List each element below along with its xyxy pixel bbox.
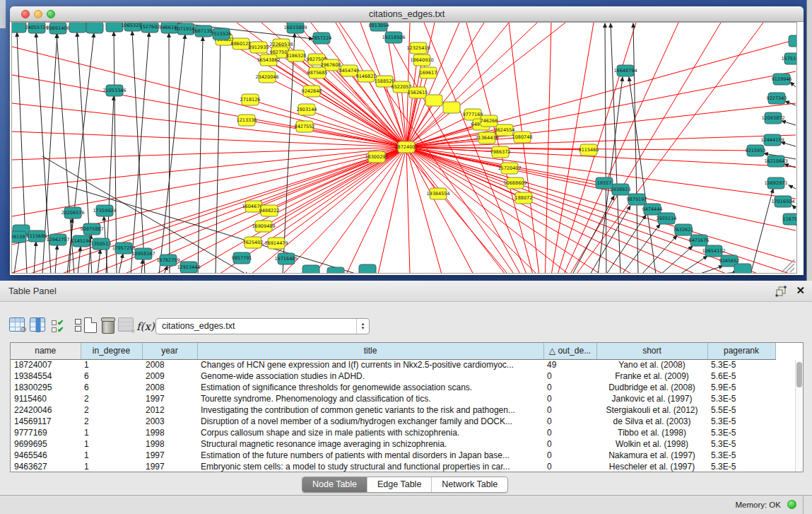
new-table-icon[interactable] bbox=[84, 317, 102, 336]
graph-node[interactable]: 169617 bbox=[420, 67, 437, 78]
graph-node[interactable]: 16914479 bbox=[264, 238, 288, 249]
graph-node[interactable]: 9146821 bbox=[356, 71, 377, 82]
graph-node[interactable] bbox=[327, 267, 344, 274]
graph-node[interactable]: 16033809 bbox=[283, 23, 307, 33]
function-builder-icon[interactable]: f(x) bbox=[136, 320, 155, 339]
graph-node[interactable]: 8912935 bbox=[249, 42, 269, 53]
graph-node[interactable]: 10688609 bbox=[503, 177, 526, 189]
tab-edge-table[interactable]: Edge Table bbox=[367, 477, 432, 492]
graph-node[interactable]: 9498222 bbox=[259, 205, 280, 216]
graph-node[interactable]: 9242848 bbox=[302, 86, 322, 97]
graph-node[interactable]: 12444159 bbox=[760, 134, 784, 146]
graph-node[interactable] bbox=[302, 265, 319, 274]
graph-node[interactable] bbox=[425, 95, 442, 106]
graph-node[interactable]: 2803144 bbox=[297, 104, 317, 115]
window-titlebar[interactable]: citations_edges.txt bbox=[10, 6, 804, 22]
graph-node[interactable]: 18300295 bbox=[365, 151, 388, 163]
graph-node[interactable]: 15720407 bbox=[498, 163, 521, 174]
graph-node[interactable]: 10654112 bbox=[702, 245, 725, 257]
graph-node[interactable]: 116753 bbox=[783, 214, 796, 225]
graph-node[interactable]: 12923448 bbox=[177, 262, 200, 273]
table-row[interactable]: 2242004622012Investigating the contribut… bbox=[11, 404, 775, 416]
table-row[interactable]: 1872400712008Changes of HCN gene express… bbox=[11, 359, 775, 370]
tab-node-table[interactable]: Node Table bbox=[302, 477, 367, 492]
graph-node[interactable]: 18640910 bbox=[410, 54, 433, 66]
graph-node[interactable]: 23420046 bbox=[255, 71, 278, 83]
table-row[interactable]: 946554611997Estimation of the future num… bbox=[11, 450, 775, 461]
graph-node[interactable]: 19218506 bbox=[382, 32, 405, 43]
graph-node[interactable]: 8938923 bbox=[611, 184, 631, 195]
node-table-grid[interactable]: namein_degreeyeartitle△ out_de...shortpa… bbox=[11, 343, 776, 472]
graph-node[interactable]: 20691406 bbox=[46, 23, 69, 34]
resize-grip-icon[interactable] bbox=[782, 259, 794, 272]
graph-node[interactable]: 16543862 bbox=[257, 54, 280, 66]
graph-node[interactable] bbox=[106, 23, 123, 32]
memory-status-indicator[interactable] bbox=[787, 500, 796, 509]
graph-node[interactable]: 8813054 bbox=[369, 23, 389, 31]
graph-node[interactable]: 8427552 bbox=[295, 121, 315, 132]
graph-node[interactable]: 16648794 bbox=[613, 65, 637, 76]
graph-node[interactable]: 19557 bbox=[596, 177, 613, 189]
graph-node[interactable]: 9857791 bbox=[232, 252, 252, 264]
graph-node[interactable]: 39139 bbox=[12, 231, 26, 243]
graph-node[interactable]: 16909489 bbox=[252, 221, 275, 232]
graph-node[interactable]: 1527602 bbox=[140, 23, 160, 33]
column-header-in_degree[interactable]: in_degree bbox=[81, 343, 142, 359]
table-row[interactable]: 969969511998Structural magnetic resonanc… bbox=[11, 438, 775, 450]
graph-node[interactable]: 21053346 bbox=[102, 85, 126, 96]
graph-node[interactable]: 1213336 bbox=[237, 115, 257, 126]
column-header-short[interactable]: short bbox=[596, 343, 707, 359]
graph-node[interactable]: 8186328 bbox=[286, 50, 307, 62]
graph-node[interactable]: 9879197 bbox=[627, 194, 647, 205]
graph-node[interactable]: 12325419 bbox=[406, 42, 430, 54]
column-header-title[interactable]: title bbox=[197, 343, 543, 359]
graph-node[interactable]: 17359924 bbox=[93, 205, 116, 216]
graph-node[interactable]: 1115686 bbox=[27, 230, 47, 242]
graph-node[interactable]: 15751074 bbox=[781, 53, 796, 64]
column-header-name[interactable]: name bbox=[11, 343, 81, 359]
show-columns-checklist-icon[interactable]: ✔✔ bbox=[52, 319, 70, 337]
graph-node[interactable]: 19384554 bbox=[426, 188, 449, 199]
column-header-out_de[interactable]: △ out_de... bbox=[543, 343, 596, 359]
graph-node[interactable]: 7515526 bbox=[211, 28, 232, 40]
table-row[interactable]: 1938455462009Genome-wide association stu… bbox=[11, 370, 775, 382]
graph-node[interactable]: 17016504 bbox=[771, 196, 794, 207]
graph-node[interactable]: 90975887 bbox=[80, 223, 103, 235]
table-row[interactable]: 1830029562008Estimation of significance … bbox=[11, 382, 775, 393]
graph-node[interactable]: 9875685 bbox=[307, 67, 328, 78]
table-row[interactable]: 977716911998Corpus callosum shape and si… bbox=[11, 427, 775, 438]
graph-node[interactable]: 15692971 bbox=[764, 177, 787, 189]
graph-node[interactable]: 9215953 bbox=[746, 145, 766, 156]
graph-node[interactable]: 8471676 bbox=[689, 235, 710, 246]
graph-node[interactable] bbox=[789, 35, 796, 47]
float-panel-icon[interactable] bbox=[775, 286, 787, 297]
graph-node[interactable]: 2718126 bbox=[240, 94, 261, 105]
table-vertical-scrollbar[interactable] bbox=[795, 360, 803, 472]
graph-node[interactable]: 18724007 bbox=[394, 141, 418, 153]
graph-node[interactable]: 2935114 bbox=[657, 213, 677, 224]
graph-node[interactable] bbox=[443, 102, 460, 113]
graph-node[interactable]: 12093872 bbox=[761, 112, 784, 124]
column-header-pagerank[interactable]: pagerank bbox=[707, 343, 775, 359]
graph-node[interactable]: 1145194 bbox=[71, 235, 92, 247]
table-select-dropdown[interactable]: citations_edges.txt ▲▼ bbox=[155, 318, 370, 334]
close-panel-icon[interactable]: ✕ bbox=[796, 284, 805, 297]
graph-node[interactable]: 1350513 bbox=[91, 238, 112, 250]
citation-network-graph[interactable]: 7163822886012889129352226053898275058186… bbox=[12, 23, 796, 274]
network-canvas[interactable]: 7163822886012889129352226053898275058186… bbox=[11, 22, 797, 274]
graph-node[interactable]: 9129946 bbox=[772, 74, 792, 85]
graph-node[interactable]: 16210643 bbox=[764, 156, 787, 167]
network-view-window[interactable]: citations_edges.txt 71638228860128891293… bbox=[10, 6, 804, 275]
graph-node[interactable]: 20206576 bbox=[61, 207, 84, 218]
graph-node[interactable] bbox=[12, 23, 26, 33]
graph-node[interactable]: 12942757 bbox=[46, 234, 69, 245]
table-row[interactable]: 946362711997Embryonic stem cells: a mode… bbox=[11, 461, 775, 472]
graph-node[interactable]: 7625402 bbox=[243, 237, 264, 248]
graph-node[interactable]: 24055724 bbox=[25, 23, 48, 33]
scrollbar-thumb[interactable] bbox=[796, 362, 802, 387]
graph-node[interactable]: 746266 bbox=[481, 115, 498, 127]
graph-node[interactable]: 1562615 bbox=[408, 87, 428, 98]
graph-node[interactable]: 9227343 bbox=[767, 93, 787, 104]
graph-node[interactable] bbox=[359, 264, 376, 274]
graph-node[interactable]: 7857224 bbox=[312, 33, 332, 44]
